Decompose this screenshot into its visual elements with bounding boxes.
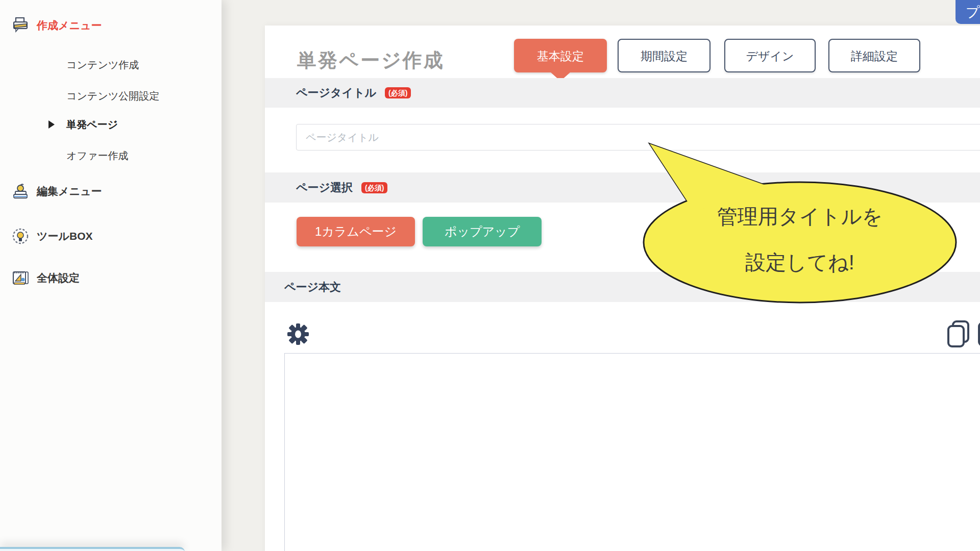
books-apple-icon xyxy=(11,182,30,201)
sidebar-item-label: オファー作成 xyxy=(66,149,128,163)
section-header-page-body: ページ本文 xyxy=(265,272,980,302)
sidebar-item-label: 全体設定 xyxy=(37,271,80,285)
page-body-label: ページ本文 xyxy=(284,280,341,295)
page-body-editor[interactable] xyxy=(284,353,980,551)
main-card: 単発ページ作成 基本設定 期間設定 デザイン 詳細設定 ページタイトル (必須)… xyxy=(265,26,980,551)
gear-bulb-icon xyxy=(11,227,30,245)
section-header-page-select: ページ選択 (必須) xyxy=(265,172,980,203)
sidebar-item-label: 単発ページ xyxy=(66,118,118,132)
copy-icon[interactable] xyxy=(947,320,970,348)
sidebar-item-label: 作成メニュー xyxy=(37,18,102,33)
blueprint-icon xyxy=(11,269,30,287)
sidebar-item-toolbox[interactable]: ツールBOX xyxy=(0,226,222,246)
bottom-panel-handle[interactable] xyxy=(0,547,185,551)
sidebar-item-create-menu[interactable]: 作成メニュー xyxy=(0,15,222,36)
sidebar-item-offer-create[interactable]: オファー作成 xyxy=(0,146,222,165)
sidebar-item-label: コンテンツ作成 xyxy=(66,58,139,72)
one-column-page-button[interactable]: 1カラムページ xyxy=(297,217,415,246)
gear-icon[interactable] xyxy=(287,323,309,345)
sidebar-item-content-create[interactable]: コンテンツ作成 xyxy=(0,55,222,74)
sidebar-item-global-settings[interactable]: 全体設定 xyxy=(0,268,222,288)
tab-advanced-settings[interactable]: 詳細設定 xyxy=(828,39,920,72)
section-header-page-title: ページタイトル (必須) xyxy=(265,78,980,108)
page-title-label: ページタイトル xyxy=(296,85,376,101)
tab-basic-settings[interactable]: 基本設定 xyxy=(514,39,607,72)
required-badge: (必須) xyxy=(385,87,411,98)
page-title: 単発ページ作成 xyxy=(297,47,445,73)
page-title-input[interactable] xyxy=(296,124,980,151)
page-select-label: ページ選択 xyxy=(296,180,353,195)
sidebar-item-label: 編集メニュー xyxy=(37,184,102,198)
tab-period-settings[interactable]: 期間設定 xyxy=(618,39,710,72)
sidebar-item-content-publish[interactable]: コンテンツ公開設定 xyxy=(0,86,222,106)
popup-button[interactable]: ポップアップ xyxy=(423,217,542,246)
sidebar-item-label: コンテンツ公開設定 xyxy=(66,89,159,103)
sidebar-item-label: ツールBOX xyxy=(37,229,93,243)
app-root: 作成メニュー コンテンツ作成 コンテンツ公開設定 単発ページ オファー作成 xyxy=(0,0,980,551)
sidebar: 作成メニュー コンテンツ作成 コンテンツ公開設定 単発ページ オファー作成 xyxy=(0,0,222,551)
sidebar-item-single-page[interactable]: 単発ページ xyxy=(0,115,222,134)
required-badge: (必須) xyxy=(361,182,387,193)
sidebar-item-edit-menu[interactable]: 編集メニュー xyxy=(0,181,222,202)
caret-right-icon xyxy=(48,120,55,129)
tab-design[interactable]: デザイン xyxy=(724,39,816,72)
copy-icon-partial[interactable] xyxy=(977,320,980,348)
preview-button[interactable]: プ xyxy=(955,0,980,24)
print-icon xyxy=(11,16,30,35)
